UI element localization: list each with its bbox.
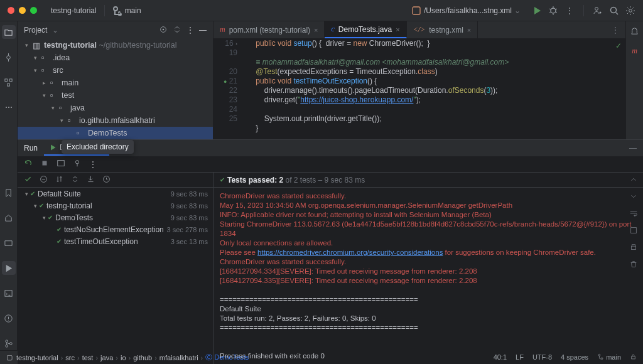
test-tree: ▾✔Default Suite9 sec 83 ms▾✔testng-tutor…	[18, 173, 213, 364]
tree-item[interactable]: ▾▫io.github.mfaisalkhatri	[18, 114, 213, 127]
test-status: Tests passed: 2 of 2 tests – 9 sec 83 ms	[227, 176, 365, 185]
expand-all-icon[interactable]	[173, 25, 181, 36]
svg-point-19	[75, 161, 78, 164]
svg-point-2	[595, 7, 598, 10]
search-icon[interactable]	[609, 6, 619, 16]
project-pane: Project ⌄ ⋮ — ▾▥testng-tutorial ~/github…	[18, 21, 213, 139]
terminal-tool-icon[interactable]	[2, 286, 16, 300]
maven-tool-icon[interactable]: m	[632, 46, 637, 56]
run-icon[interactable]	[532, 6, 542, 16]
hide-icon[interactable]: —	[199, 26, 207, 35]
tree-item[interactable]: ▾▫.idea	[18, 51, 213, 64]
excluded-directory-tooltip: Excluded directory	[62, 140, 134, 154]
history-icon[interactable]	[102, 175, 111, 185]
problems-tool-icon[interactable]	[2, 311, 16, 325]
more-run-icon[interactable]: ⋮	[89, 160, 97, 169]
editor-pane: mpom.xml (testng-tutorial)×cDemoTests.ja…	[213, 21, 625, 139]
svg-point-14	[9, 342, 12, 345]
svg-rect-18	[58, 161, 65, 166]
notifications-icon[interactable]	[630, 26, 639, 38]
test-result-row[interactable]: ▾✔Default Suite9 sec 83 ms	[18, 188, 213, 200]
more-icon[interactable]: ⋮	[186, 26, 194, 35]
svg-point-13	[6, 345, 8, 347]
tree-item[interactable]: ▾▫java	[18, 102, 213, 114]
scroll-down-icon[interactable]	[629, 192, 638, 203]
run-toolbar: ⋮	[18, 156, 643, 173]
tree-item[interactable]: ▾▫test	[18, 89, 213, 102]
svg-point-12	[6, 340, 8, 342]
editor-tab[interactable]: cDemoTests.java×	[325, 21, 406, 38]
svg-rect-9	[8, 83, 10, 86]
show-passed-icon[interactable]	[24, 175, 32, 185]
editor-tab[interactable]: </>testng.xml×	[407, 21, 478, 38]
right-toolbar: m	[625, 21, 643, 139]
hide-run-icon[interactable]: —	[629, 144, 637, 153]
expand-icon[interactable]	[71, 175, 79, 185]
close-window[interactable]	[8, 7, 14, 14]
svg-rect-8	[9, 78, 12, 81]
tree-root[interactable]: ▾▥testng-tutorial ~/github/testng-tutori…	[18, 39, 213, 51]
user-icon[interactable]	[593, 6, 603, 16]
svg-rect-17	[43, 161, 47, 166]
svg-point-3	[600, 11, 602, 13]
svg-rect-23	[632, 246, 636, 249]
commit-tool-icon[interactable]	[2, 50, 16, 64]
more-icon[interactable]: ⋮	[565, 6, 575, 16]
svg-point-6	[7, 55, 11, 59]
clear-icon[interactable]	[629, 260, 638, 270]
project-tool-icon[interactable]	[2, 25, 16, 39]
vcs-branch[interactable]: main	[107, 6, 146, 16]
run-config-path[interactable]: /Users/faisalkha...stng.xml ⌄	[406, 6, 526, 16]
structure-tool-icon[interactable]	[2, 75, 16, 89]
maximize-window[interactable]	[30, 7, 37, 14]
svg-rect-7	[5, 78, 8, 81]
editor-tab[interactable]: mpom.xml (testng-tutorial)×	[213, 21, 325, 38]
editor-tabs: mpom.xml (testng-tutorial)×cDemoTests.ja…	[213, 21, 625, 39]
services-tool-icon[interactable]	[2, 236, 16, 250]
rerun-icon[interactable]	[24, 159, 33, 169]
run-tool-icon[interactable]	[2, 261, 16, 275]
run-pane-title: Run	[24, 144, 38, 153]
show-ignored-icon[interactable]	[40, 175, 48, 185]
select-opened-icon[interactable]	[159, 25, 168, 36]
code-editor[interactable]: public void setup() { driver = new Chrom…	[244, 39, 625, 139]
svg-point-5	[629, 9, 632, 12]
export-icon[interactable]	[87, 175, 95, 185]
minimize-window[interactable]	[19, 7, 26, 14]
test-result-row[interactable]: ▾✔testng-tutorial9 sec 83 ms	[18, 200, 213, 211]
console-output[interactable]: ChromeDriver was started successfully.Ma…	[213, 188, 643, 364]
print-icon[interactable]	[629, 243, 638, 254]
project-pane-title[interactable]: Project	[24, 26, 47, 35]
bookmarks-icon[interactable]	[2, 186, 16, 200]
test-result-row[interactable]: ▾✔DemoTests9 sec 83 ms	[18, 211, 213, 223]
svg-rect-22	[631, 228, 637, 233]
build-tool-icon[interactable]	[2, 211, 16, 225]
run-pane: Run DemoTests× — ⋮	[18, 139, 643, 364]
svg-rect-0	[413, 7, 420, 14]
tree-item[interactable]: ▾▫src	[18, 64, 213, 77]
test-result-row[interactable]: ✔testNoSuchElementException3 sec 278 ms	[18, 223, 213, 235]
window-controls	[8, 7, 37, 14]
tree-item[interactable]: ▫DemoTests	[18, 127, 213, 139]
tabs-more-icon[interactable]: ⋮	[612, 26, 619, 35]
layout-icon[interactable]	[57, 159, 65, 169]
scroll-up-icon[interactable]	[629, 175, 638, 186]
svg-point-16	[163, 28, 165, 30]
test-result-row[interactable]: ✔testTimeOutException3 sec 13 ms	[18, 235, 213, 247]
status-project-icon[interactable]: ▢	[6, 353, 13, 361]
soft-wrap-icon[interactable]	[629, 209, 638, 220]
titlebar: testng-tutorial main /Users/faisalkha...…	[0, 0, 643, 21]
pin-icon[interactable]	[73, 159, 82, 169]
stop-icon[interactable]	[40, 159, 49, 169]
vcs-tool-icon[interactable]	[2, 336, 16, 350]
sort-icon[interactable]	[55, 175, 63, 185]
more-tools-icon[interactable]: ⋯	[2, 100, 16, 114]
tree-item[interactable]: ▸▫main	[18, 77, 213, 89]
debug-icon[interactable]	[548, 6, 558, 16]
settings-icon[interactable]	[625, 6, 635, 16]
svg-point-1	[551, 8, 556, 13]
scroll-to-end-icon[interactable]	[629, 226, 638, 237]
svg-point-4	[611, 7, 617, 13]
project-name[interactable]: testng-tutorial	[46, 6, 102, 15]
inspection-ok-icon[interactable]: ✓	[615, 41, 622, 51]
